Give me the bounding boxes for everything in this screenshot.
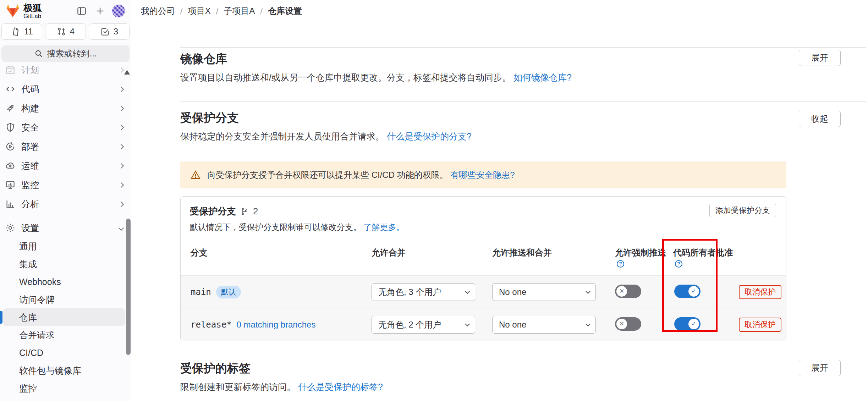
mirror-help-link[interactable]: 如何镜像仓库? xyxy=(513,72,572,82)
new-menu-button[interactable] xyxy=(93,4,108,18)
chevron-right-icon xyxy=(119,182,124,188)
code-owner-approval-toggle[interactable]: ✓ xyxy=(674,317,701,331)
merge-requests-count: 4 xyxy=(70,27,75,37)
sidebar-item-security[interactable]: 安全 xyxy=(0,118,131,137)
chevron-right-icon xyxy=(119,125,124,130)
chevron-down-icon xyxy=(465,289,470,293)
monitor-icon xyxy=(5,180,16,190)
sidebar-item-access-tokens[interactable]: 访问令牌 xyxy=(0,291,131,308)
allowed-to-push-dropdown[interactable]: No one xyxy=(492,283,596,301)
sidebar-item-code[interactable]: 代码 xyxy=(0,79,131,99)
settings-subnav: 通用 集成 Webhooks 访问令牌 仓库 合并请求 CI/CD 软件包 xyxy=(0,237,131,397)
column-force-push: 允许强制推送? xyxy=(603,247,673,275)
nav-label: 监控 xyxy=(21,179,114,191)
issues-counter[interactable]: 11 xyxy=(1,23,42,40)
gitlab-logo[interactable]: 极狐 GitLab xyxy=(5,3,42,19)
protected-branches-collapse-button[interactable]: 收起 xyxy=(799,111,841,127)
column-code-owner-approval: 代码所有者批准? xyxy=(673,247,739,275)
issues-icon xyxy=(11,27,21,37)
code-icon xyxy=(5,84,16,94)
search-input[interactable]: 搜索或转到... xyxy=(1,45,130,62)
sidebar-toggle-icon xyxy=(76,6,87,16)
protected-branches-description-text: 保持稳定的分支安全并强制开发人员使用合并请求。 xyxy=(180,131,384,141)
sidebar-collapse-button[interactable] xyxy=(74,4,89,18)
protected-branches-help-link[interactable]: 什么是受保护的分支? xyxy=(387,131,472,141)
subnav-label: 访问令牌 xyxy=(19,294,55,306)
sidebar-item-settings[interactable]: 设置 xyxy=(0,218,131,237)
sidebar-item-cicd[interactable]: CI/CD xyxy=(0,344,131,362)
warning-help-link[interactable]: 有哪些安全隐患? xyxy=(450,170,515,180)
code-owner-approval-toggle[interactable]: ✓ xyxy=(674,285,701,298)
subnav-label: CI/CD xyxy=(19,348,43,358)
force-push-toggle[interactable]: ✕ xyxy=(615,317,641,331)
breadcrumb-subproject[interactable]: 子项目A xyxy=(224,5,255,17)
sidebar-item-monitor[interactable]: 监控 xyxy=(0,175,131,194)
warning-triangle-icon xyxy=(190,170,201,180)
branch-icon xyxy=(240,207,249,216)
sidebar-item-webhooks[interactable]: Webhooks xyxy=(0,273,131,291)
sidebar-item-deploy[interactable]: 部署 xyxy=(0,137,131,156)
unprotect-button[interactable]: 取消保护 xyxy=(739,285,781,299)
merge-requests-counter[interactable]: 4 xyxy=(45,23,86,40)
chart-icon xyxy=(5,199,16,209)
cloud-pod-icon xyxy=(5,160,16,171)
user-avatar[interactable] xyxy=(111,4,126,18)
scroll-up-arrow-icon[interactable] xyxy=(124,70,130,75)
allowed-to-merge-dropdown[interactable]: 无角色, 3 个用户 xyxy=(372,283,475,301)
todos-counter[interactable]: 3 xyxy=(89,23,130,40)
nav-label: 运维 xyxy=(21,160,114,172)
column-allowed-to-merge: 允许合并 xyxy=(369,247,490,275)
allowed-to-push-dropdown[interactable]: No one xyxy=(492,316,596,334)
plus-icon xyxy=(95,6,105,16)
card-description: 默认情况下，受保护分支限制谁可以修改分支。 了解更多。 xyxy=(190,222,404,233)
protected-tags-title: 受保护的标签 xyxy=(180,361,383,375)
sidebar-item-packages[interactable]: 软件包与镜像库 xyxy=(0,362,131,379)
sidebar-item-repository[interactable]: 仓库 xyxy=(3,308,125,326)
card-learn-more-link[interactable]: 了解更多。 xyxy=(363,223,404,232)
branch-name: main xyxy=(191,287,211,297)
add-protected-branch-button[interactable]: 添加受保护分支 xyxy=(709,204,776,217)
code-owner-help-icon[interactable]: ? xyxy=(675,260,682,268)
column-branch: 分支 xyxy=(181,247,369,275)
sidebar-item-monitor-settings[interactable]: 监控 xyxy=(0,379,131,397)
chevron-down-icon xyxy=(465,321,470,326)
sidebar-item-analyze[interactable]: 分析 xyxy=(0,194,131,214)
sidebar-item-merge-requests[interactable]: 合并请求 xyxy=(0,326,131,344)
unprotect-button[interactable]: 取消保护 xyxy=(739,318,781,332)
shield-icon xyxy=(5,122,16,133)
breadcrumb-separator: / xyxy=(216,6,219,16)
rocket-icon xyxy=(5,103,16,114)
deploy-icon xyxy=(5,141,16,152)
dropdown-value: No one xyxy=(499,320,526,330)
protected-tags-expand-button[interactable]: 展开 xyxy=(799,360,841,376)
sidebar-item-integrations[interactable]: 集成 xyxy=(0,255,131,273)
sidebar-item-build[interactable]: 构建 xyxy=(0,99,131,118)
toggle-x-icon: ✕ xyxy=(616,286,627,297)
protected-tags-help-link[interactable]: 什么是受保护的标签? xyxy=(298,382,383,392)
column-allowed-to-push: 允许推送和合并 xyxy=(490,247,603,275)
sidebar-top: 极狐 GitLab xyxy=(0,0,131,22)
sidebar-item-plan[interactable]: 计划 xyxy=(0,65,131,79)
sidebar-nav: 计划 代码 构建 安全 xyxy=(0,65,131,401)
protected-tags-section: 受保护的标签 限制创建和更新标签的访问。 什么是受保护的标签? 展开 xyxy=(180,354,866,401)
force-push-toggle[interactable]: ✕ xyxy=(615,285,641,298)
mirror-expand-button[interactable]: 展开 xyxy=(799,50,841,66)
sidebar-item-operate[interactable]: 运维 xyxy=(0,156,131,175)
matching-branches-link[interactable]: 0 matching branches xyxy=(237,320,316,330)
force-push-help-icon[interactable]: ? xyxy=(617,260,624,268)
breadcrumb-separator: / xyxy=(180,6,183,16)
breadcrumb-group[interactable]: 我的公司 xyxy=(141,5,175,17)
sidebar-scrollbar[interactable] xyxy=(126,219,131,355)
breadcrumb-project[interactable]: 项目X xyxy=(188,5,211,17)
subnav-label: 合并请求 xyxy=(19,329,55,341)
gear-icon xyxy=(5,223,16,233)
logo-text-cn: 极狐 xyxy=(23,3,42,12)
toggle-x-icon: ✕ xyxy=(616,319,627,329)
search-icon xyxy=(34,49,43,58)
chevron-right-icon xyxy=(119,105,124,111)
chevron-down-icon xyxy=(586,289,590,293)
sidebar-item-general[interactable]: 通用 xyxy=(0,237,131,255)
allowed-to-merge-dropdown[interactable]: 无角色, 2 个用户 xyxy=(372,316,475,334)
chevron-right-icon xyxy=(119,86,124,92)
todo-check-icon xyxy=(100,27,110,37)
